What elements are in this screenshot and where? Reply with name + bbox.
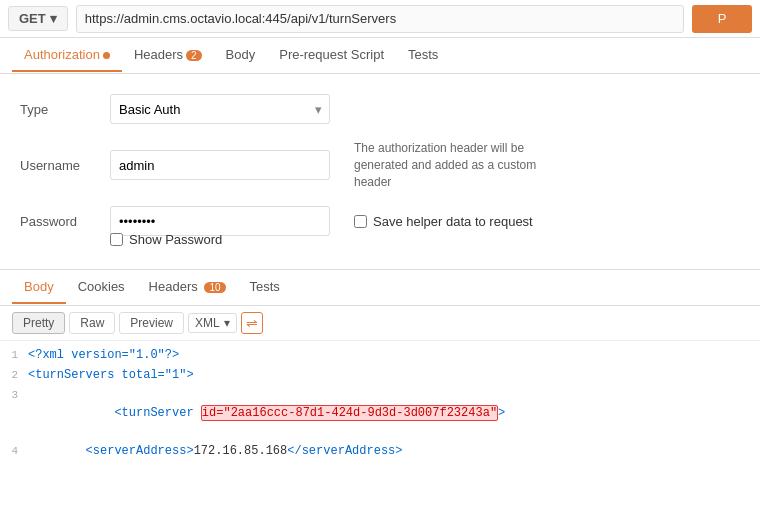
type-select-wrap: Basic Auth Bearer Token No Auth ▾ [110,94,330,124]
code-line-4: 4 <serverAddress>172.16.85.168</serverAd… [0,441,760,461]
save-helper-label: Save helper data to request [373,214,533,229]
body-tab-tests[interactable]: Tests [238,271,292,304]
tab-tests[interactable]: Tests [396,39,450,72]
authorization-dot [103,52,110,59]
type-label: Type [20,102,110,117]
body-tabs-row: Body Cookies Headers 10 Tests [0,270,760,306]
username-label: Username [20,158,110,173]
username-row: Username The authorization header will b… [20,140,740,190]
save-helper-checkbox[interactable] [354,215,367,228]
send-button[interactable]: P [692,5,752,33]
method-button[interactable]: GET ▾ [8,6,68,31]
body-tab-headers[interactable]: Headers 10 [137,271,238,304]
tab-headers[interactable]: Headers2 [122,39,214,72]
password-label: Password [20,214,110,229]
format-select-wrap[interactable]: XML ▾ [188,313,237,333]
tab-prerequest[interactable]: Pre-request Script [267,39,396,72]
top-bar: GET ▾ P [0,0,760,38]
pretty-button[interactable]: Pretty [12,312,65,334]
code-line-2: 2 <turnServers total="1"> [0,365,760,385]
code-line-1: 1 <?xml version="1.0"?> [0,345,760,365]
headers-badge: 2 [186,50,202,61]
format-select-arrow-icon: ▾ [224,316,230,330]
show-password-label: Show Password [129,232,222,247]
method-label: GET [19,11,46,26]
body-headers-badge: 10 [204,282,225,293]
show-password-checkbox[interactable] [110,233,123,246]
type-row: Type Basic Auth Bearer Token No Auth ▾ [20,94,740,124]
highlighted-attr: id="2aa16ccc-87d1-424d-9d3d-3d007f23243a… [201,405,498,421]
url-input[interactable] [76,5,684,33]
tab-body[interactable]: Body [214,39,268,72]
code-viewer: 1 <?xml version="1.0"?> 2 <turnServers t… [0,341,760,461]
save-helper-row: Save helper data to request [354,214,533,229]
body-section: Body Cookies Headers 10 Tests Pretty Raw… [0,269,760,461]
tab-authorization[interactable]: Authorization [12,39,122,72]
preview-button[interactable]: Preview [119,312,184,334]
format-select-label: XML [195,316,220,330]
wrap-icon[interactable]: ⇌ [241,312,263,334]
body-tab-body[interactable]: Body [12,271,66,304]
username-input[interactable] [110,150,330,180]
body-tab-cookies[interactable]: Cookies [66,271,137,304]
auth-tabs-row: Authorization Headers2 Body Pre-request … [0,38,760,74]
auth-hint-text: The authorization header will be generat… [354,140,574,190]
raw-button[interactable]: Raw [69,312,115,334]
code-line-3: 3 <turnServer id="2aa16ccc-87d1-424d-9d3… [0,385,760,441]
format-row: Pretty Raw Preview XML ▾ ⇌ [0,306,760,341]
method-arrow: ▾ [50,11,57,26]
auth-section: Type Basic Auth Bearer Token No Auth ▾ U… [0,74,760,269]
type-select[interactable]: Basic Auth Bearer Token No Auth [110,94,330,124]
show-password-row: Show Password [110,232,740,247]
